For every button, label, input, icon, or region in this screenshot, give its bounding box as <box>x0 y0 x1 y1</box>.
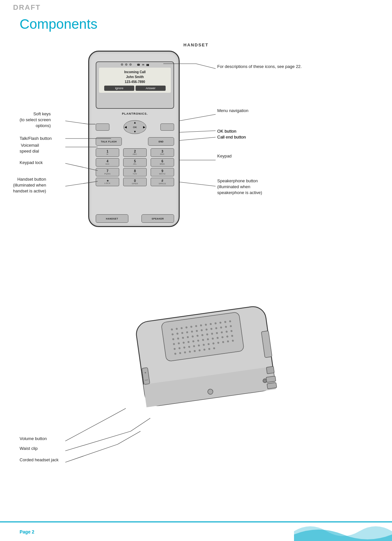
svg-line-105 <box>65 444 118 462</box>
svg-line-1 <box>196 64 216 69</box>
page-number: Page 2 <box>20 529 34 534</box>
keypad-lock-annotation: Keypad lock <box>20 160 43 165</box>
annotation-lines <box>0 0 392 248</box>
page-title: Components <box>20 16 97 32</box>
key-5[interactable]: 5JKL <box>123 158 147 167</box>
svg-rect-98 <box>267 383 277 389</box>
brand-label: PLANTRONICS. <box>99 112 171 115</box>
svg-text:—: — <box>144 378 148 382</box>
end-button[interactable]: END <box>148 137 174 146</box>
menu-nav-annotation: Menu navigation <box>217 108 248 114</box>
key-1[interactable]: 1✉ <box>96 148 119 157</box>
svg-rect-97 <box>266 376 276 383</box>
talk-flash-annotation: Talk/Flash button <box>20 136 52 141</box>
key-hash[interactable]: #SPACE <box>151 178 174 186</box>
svg-line-104 <box>118 431 140 444</box>
answer-button[interactable]: Answer <box>136 86 166 91</box>
right-soft-key[interactable] <box>160 123 174 131</box>
draft-watermark: DRAFT <box>13 3 41 12</box>
ignore-button[interactable]: Ignore <box>104 86 134 91</box>
base-station-diagram: + — <box>0 258 392 497</box>
hs-speaker-row: HANDSET SPEAKER <box>96 214 174 223</box>
speakerphone-annotation: Speakerphone button(illuminated whenspea… <box>217 178 262 196</box>
svg-line-3 <box>65 121 88 124</box>
keypad-annotation: Keypad <box>217 154 232 158</box>
nav-row: ◀ ▶ ▲ ▼ OK <box>96 120 174 134</box>
handset-btn-annotation: Handset button(illuminated whenhandset i… <box>13 176 46 194</box>
waist-clip-annotation: Waist clip <box>20 446 38 451</box>
key-7[interactable]: 7PQRS <box>96 168 119 176</box>
footer: Page 2 <box>0 521 392 541</box>
volume-annotation: Volume button <box>20 436 47 441</box>
footer-wave <box>294 521 392 541</box>
description-note: For descriptions of these icons, see pag… <box>217 64 302 70</box>
key-2[interactable]: 2ABC <box>123 148 147 157</box>
key-star[interactable]: ★LOCK <box>96 178 119 186</box>
key-9[interactable]: 9WXYZ <box>151 168 174 176</box>
svg-line-101 <box>65 418 108 441</box>
nav-circle[interactable]: ◀ ▶ ▲ ▼ OK <box>123 120 146 134</box>
base-section: + — Volume button Waist cli <box>0 258 392 497</box>
key-3[interactable]: 3DEF <box>151 148 174 157</box>
speakerphone-button[interactable]: SPEAKER <box>141 214 174 223</box>
keypad: 1✉ 2ABC 3DEF 4GHI 5JKL 6MNO 7PQRS 8TUV 9… <box>96 148 174 188</box>
corded-headset-annotation: Corded headset jack <box>20 457 58 462</box>
handset-section-label: HANDSET <box>0 42 392 47</box>
svg-rect-95 <box>266 366 274 374</box>
ok-call-annotation: OK buttonCall end button <box>217 128 246 140</box>
phone-body: ☎ ✉ ▮▮ Incoming Call John Smith 123-456-… <box>88 51 180 227</box>
screen-text: Incoming Call John Smith 123-456-7890 <box>102 70 168 84</box>
soft-keys-annotation: Soft keys(to select screenoptions) <box>20 111 51 129</box>
svg-line-102 <box>131 418 150 431</box>
key-6[interactable]: 6MNO <box>151 158 174 167</box>
talk-end-row: TALK FLASH END <box>96 137 174 146</box>
phone-diagram: ☎ ✉ ▮▮ Incoming Call John Smith 123-456-… <box>88 51 186 234</box>
svg-line-103 <box>65 431 131 451</box>
key-8[interactable]: 8TUV <box>123 168 147 176</box>
key-4[interactable]: 4GHI <box>96 158 119 167</box>
phone-screen: ☎ ✉ ▮▮ Incoming Call John Smith 123-456-… <box>96 61 174 109</box>
svg-line-100 <box>108 408 126 418</box>
ok-label: OK <box>133 126 137 129</box>
key-0[interactable]: 0OPER <box>123 178 147 186</box>
left-soft-key[interactable] <box>96 123 109 131</box>
handset-button[interactable]: HANDSET <box>96 214 128 223</box>
talk-flash-button[interactable]: TALK FLASH <box>96 137 122 146</box>
voicemail-annotation: Voicemailspeed dial <box>20 142 39 154</box>
